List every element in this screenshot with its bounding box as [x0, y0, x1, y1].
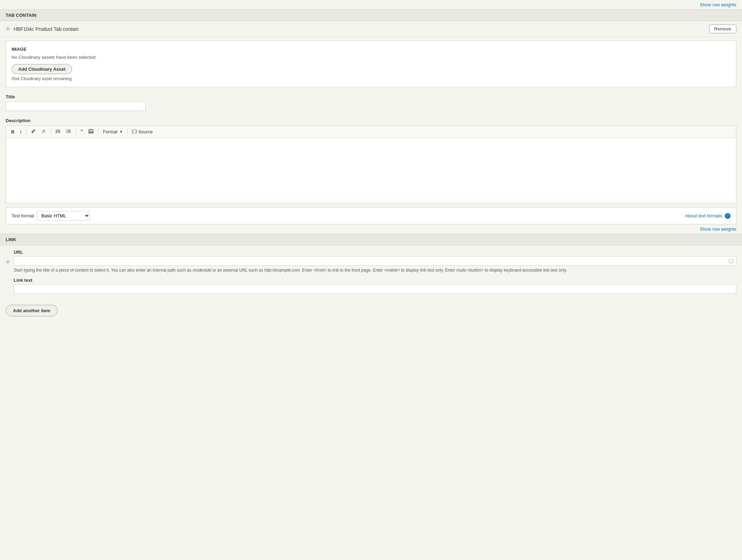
ordered-list-icon: 1. 2. 3. — [66, 129, 71, 134]
italic-button[interactable]: I — [18, 128, 24, 136]
blockquote-button[interactable]: “ — [78, 127, 85, 136]
text-format-label: Text format — [12, 213, 34, 218]
format-label: Format — [103, 129, 117, 134]
url-help-part2: or an external URL such as — [211, 268, 264, 273]
show-row-weights-link-bottom[interactable]: Show row weights — [700, 226, 736, 232]
unordered-list-button[interactable] — [53, 127, 63, 136]
description-label: Description — [6, 118, 736, 123]
url-help-part4: to link to the front page. Enter — [327, 268, 384, 273]
toolbar-separator-3 — [76, 128, 76, 135]
link-button[interactable] — [28, 127, 38, 136]
url-help-path2: http://example.com — [264, 268, 300, 273]
text-format-right: About text formats ? — [685, 213, 730, 219]
source-icon — [132, 129, 137, 134]
url-help-text: Start typing the title of a piece of con… — [14, 267, 736, 273]
link-text-input[interactable] — [14, 284, 736, 294]
unlink-icon — [41, 129, 46, 134]
rte-footer — [6, 201, 736, 204]
toolbar-separator-2 — [51, 128, 51, 135]
link-section-header: LINK — [0, 234, 742, 245]
rte-toolbar: B I — [6, 126, 736, 138]
url-help-tag2: <nolink> — [384, 268, 400, 273]
svg-point-3 — [56, 131, 57, 132]
svg-rect-15 — [132, 130, 136, 134]
svg-text:3.: 3. — [66, 131, 68, 133]
link-drag-handle-icon[interactable]: ✛ — [6, 250, 10, 265]
rte-container: B I — [6, 125, 736, 204]
add-cloudinary-asset-button[interactable]: Add Cloudinary Asset — [12, 64, 72, 74]
image-section: IMAGE No Cloudinary assets have been sel… — [6, 41, 736, 87]
drag-handle-icon[interactable]: ✛ — [6, 26, 10, 32]
url-spinner-icon — [729, 259, 734, 264]
toolbar-separator-5 — [127, 128, 128, 135]
bold-button[interactable]: B — [9, 128, 17, 136]
url-help-path1: /node/add — [192, 268, 211, 273]
title-input[interactable] — [6, 102, 146, 111]
link-text-label: Link text — [14, 278, 736, 283]
url-input-wrapper — [14, 256, 736, 266]
text-format-select[interactable]: Basic HTML Full HTML Plain text Restrict… — [37, 211, 90, 220]
text-format-left: Text format Basic HTML Full HTML Plain t… — [12, 211, 90, 220]
text-format-row: Text format Basic HTML Full HTML Plain t… — [6, 207, 736, 224]
add-another-item-button[interactable]: Add another item — [6, 305, 58, 316]
image-toolbar-icon — [89, 129, 93, 134]
show-row-weights-top: Show row weights — [0, 0, 742, 9]
page-wrapper: Show row weights TAB CONTAIN ✛ HBF104c P… — [0, 0, 742, 560]
url-help-part5: to display link text only. Enter — [400, 268, 456, 273]
unlink-button[interactable] — [39, 127, 49, 136]
tab-contain-header: TAB CONTAIN — [0, 9, 742, 21]
svg-point-5 — [56, 132, 57, 133]
description-section: Description B I — [0, 114, 742, 208]
title-field-group: Title — [0, 91, 742, 114]
svg-line-0 — [42, 130, 46, 133]
toolbar-separator-1 — [26, 128, 26, 135]
ordered-list-button[interactable]: 1. 2. 3. — [64, 127, 74, 136]
no-assets-text: No Cloudinary assets have been selected. — [12, 55, 730, 60]
url-help-tag1: <front> — [313, 268, 327, 273]
remove-button[interactable]: Remove — [709, 24, 736, 33]
url-input[interactable] — [14, 256, 736, 266]
url-help-part6: to display keyboard-accessible link text… — [484, 268, 567, 273]
url-label: URL — [14, 250, 736, 255]
svg-point-1 — [56, 130, 57, 131]
url-help-tag3: route:<button> — [456, 268, 484, 273]
url-help-part1: Start typing the title of a piece of con… — [14, 268, 192, 273]
chevron-down-icon: ▼ — [119, 130, 123, 134]
source-label: Source — [138, 129, 153, 134]
link-icon — [31, 129, 36, 134]
format-dropdown-button[interactable]: Format ▼ — [100, 128, 125, 136]
about-text-formats-link[interactable]: About text formats — [685, 213, 722, 218]
rte-body[interactable] — [6, 138, 736, 201]
link-row: ✛ URL Start typing the title of a piece … — [0, 245, 742, 298]
add-item-section: Add another item — [0, 298, 742, 323]
title-label: Title — [6, 94, 736, 99]
source-button[interactable]: Source — [130, 128, 155, 135]
image-toolbar-button[interactable] — [86, 127, 96, 136]
url-help-part3: . Enter — [300, 268, 313, 273]
asset-remaining-text: One Cloudinary asset remaining. — [12, 76, 730, 81]
help-icon: ? — [725, 213, 730, 219]
show-row-weights-link-top[interactable]: Show row weights — [700, 2, 736, 7]
image-section-title: IMAGE — [12, 47, 730, 52]
svg-point-14 — [90, 130, 91, 131]
toolbar-separator-4 — [98, 128, 98, 135]
unordered-list-icon — [56, 129, 61, 134]
link-fields: URL Start typing the title of a piece of… — [14, 250, 736, 294]
tab-contain-row: ✛ HBF104c Product Tab contain Remove — [0, 21, 742, 37]
tab-contain-label: HBF104c Product Tab contain — [14, 26, 709, 32]
show-row-weights-bottom: Show row weights — [0, 224, 742, 234]
